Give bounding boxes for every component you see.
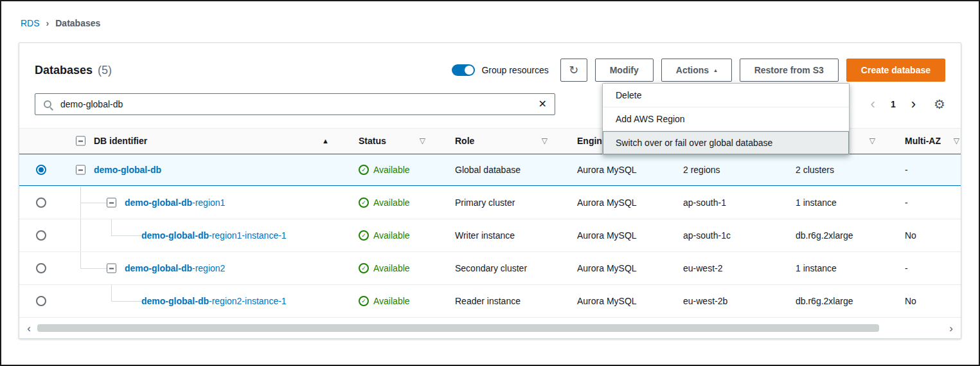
row-radio-cell (19, 285, 50, 317)
previous-page-icon[interactable]: ‹ (871, 97, 875, 111)
role-header-label: Role (455, 136, 474, 146)
status-available-icon: ✓ (359, 230, 369, 241)
region-cell: eu-west-2 (670, 252, 783, 284)
tree-guide-line (80, 252, 81, 268)
page-title: Databases (5) (35, 64, 112, 77)
next-page-icon[interactable]: › (911, 97, 916, 111)
tree-guide-line (111, 285, 112, 301)
engine-cell: Aurora MySQL (564, 219, 670, 252)
multi-az-header[interactable]: Multi-AZ ▽ (892, 129, 961, 153)
status-cell: ✓Available (346, 285, 442, 317)
db-identifier-prefix: demo-global-db (94, 165, 161, 175)
actions-button[interactable]: Actions ▴ (661, 59, 732, 82)
db-identifier-link[interactable]: demo-global-db-region2-instance-1 (141, 296, 287, 306)
page-title-text: Databases (35, 64, 93, 77)
region-cell: 2 regions (670, 154, 783, 186)
create-database-button[interactable]: Create database (846, 59, 945, 82)
engine-cell: Aurora MySQL (564, 154, 670, 186)
role-cell: Primary cluster (442, 187, 564, 219)
db-identifier-link[interactable]: demo-global-db (94, 165, 161, 175)
refresh-icon: ↻ (569, 63, 578, 77)
actions-menu-item[interactable]: Add AWS Region (603, 107, 849, 131)
chevron-up-icon: ▴ (714, 68, 717, 73)
refresh-button[interactable]: ↻ (560, 59, 587, 82)
tree-guide-line (80, 203, 107, 203)
size-cell: 1 instance (783, 252, 892, 284)
region-cell: eu-west-2b (670, 285, 783, 317)
scroll-left-icon[interactable]: ‹ (23, 323, 35, 334)
pagination: ‹ 1 › ⚙ (871, 96, 945, 112)
db-identifier-header[interactable]: DB identifier ▲ (50, 129, 346, 153)
tree-guide-line (111, 235, 141, 236)
region-cell: ap-south-1c (670, 219, 783, 252)
table-row[interactable]: demo-global-db✓AvailableGlobal databaseA… (19, 154, 961, 187)
multi-az-cell: - (892, 154, 961, 186)
table-row[interactable]: demo-global-db-region2-instance-1✓Availa… (19, 285, 961, 318)
radio-header-cell (19, 129, 50, 153)
multi-az-cell: No (892, 285, 961, 317)
db-identifier-prefix: demo-global-db (125, 197, 192, 208)
preferences-gear-icon[interactable]: ⚙ (934, 96, 945, 112)
sort-icon[interactable]: ▽ (542, 136, 548, 145)
group-resources-toggle[interactable] (452, 64, 475, 76)
db-identifier-link[interactable]: demo-global-db-region1-instance-1 (141, 230, 287, 241)
horizontal-scrollbar[interactable]: ‹ › (19, 318, 961, 338)
sort-icon[interactable]: ▽ (420, 136, 425, 145)
db-identifier-link[interactable]: demo-global-db-region2 (125, 263, 225, 273)
screenshot-frame: RDS › Databases Databases (5) Group reso… (0, 0, 980, 366)
table-row[interactable]: demo-global-db-region1✓AvailablePrimary … (19, 187, 961, 219)
row-radio[interactable] (36, 230, 46, 241)
resource-count: (5) (98, 64, 112, 77)
scrollbar-thumb[interactable] (37, 324, 879, 332)
role-cell: Global database (442, 154, 564, 186)
db-identifier-prefix: demo-global-db (125, 263, 192, 273)
actions-menu-item[interactable]: Switch over or fail over global database (603, 131, 849, 154)
row-radio[interactable] (36, 197, 46, 208)
role-header[interactable]: Role ▽ (442, 129, 564, 153)
collapse-row-icon[interactable] (107, 198, 116, 208)
collapse-row-icon[interactable] (107, 264, 116, 273)
scrollbar-track[interactable] (37, 324, 943, 333)
db-identifier-header-label: DB identifier (94, 136, 147, 146)
clear-filter-icon[interactable]: ✕ (539, 99, 547, 109)
table-row[interactable]: demo-global-db-region2✓AvailableSecondar… (19, 252, 961, 285)
db-identifier-prefix: demo-global-db (141, 296, 209, 306)
tree-guide-line (111, 301, 141, 302)
size-cell: 1 instance (783, 187, 892, 219)
group-resources-control: Group resources (452, 64, 548, 76)
status-cell: ✓Available (346, 154, 442, 186)
db-identifier-link[interactable]: demo-global-db-region1 (125, 197, 225, 208)
scroll-right-icon[interactable]: › (945, 323, 957, 334)
db-identifier-cell: demo-global-db-region1-instance-1 (50, 219, 346, 252)
row-radio-cell (19, 252, 50, 284)
db-identifier-cell: demo-global-db-region1 (50, 187, 346, 219)
role-cell: Secondary cluster (442, 252, 564, 284)
size-cell: db.r6g.2xlarge (783, 219, 892, 252)
status-header-label: Status (359, 136, 386, 146)
collapse-row-icon[interactable] (76, 165, 85, 175)
current-page[interactable]: 1 (891, 99, 896, 109)
search-input[interactable] (59, 98, 532, 110)
row-radio[interactable] (36, 263, 46, 273)
sort-icon[interactable]: ▽ (954, 136, 959, 145)
sort-icon[interactable]: ▽ (869, 136, 875, 145)
role-cell: Reader instance (442, 285, 564, 317)
collapse-all-icon[interactable] (76, 136, 85, 146)
status-label: Available (373, 165, 410, 175)
table-row[interactable]: demo-global-db-region1-instance-1✓Availa… (19, 219, 961, 252)
db-identifier-prefix: demo-global-db (141, 230, 209, 241)
breadcrumb: RDS › Databases (1, 1, 979, 28)
restore-from-s3-button[interactable]: Restore from S3 (740, 59, 839, 82)
actions-button-label: Actions (676, 65, 709, 75)
row-radio-selected[interactable] (36, 165, 46, 175)
status-header[interactable]: Status ▽ (346, 129, 442, 153)
breadcrumb-rds-link[interactable]: RDS (21, 18, 40, 28)
actions-menu-item[interactable]: Delete (603, 84, 849, 107)
sort-ascending-icon[interactable]: ▲ (322, 137, 329, 145)
restore-from-s3-label: Restore from S3 (754, 65, 824, 75)
row-radio[interactable] (36, 296, 46, 306)
breadcrumb-chevron-icon: › (46, 18, 49, 28)
size-cell: 2 clusters (783, 154, 892, 186)
modify-button[interactable]: Modify (595, 59, 654, 82)
status-label: Available (373, 197, 410, 208)
